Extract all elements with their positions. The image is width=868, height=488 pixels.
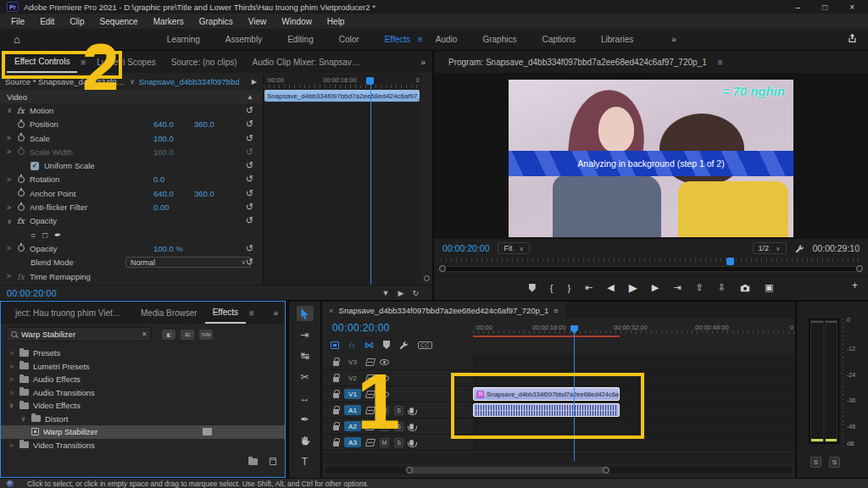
chevron-right-icon[interactable]: > — [7, 134, 17, 142]
comparison-view-icon[interactable]: ▣ — [765, 282, 773, 293]
tab-source-monitor[interactable]: Source: (no clips) — [164, 53, 245, 72]
playback-resolution-dropdown[interactable]: 1/2 ∨ — [753, 242, 787, 254]
ec-playhead-marker[interactable] — [366, 77, 374, 85]
chevron-right-icon[interactable]: > — [8, 441, 15, 449]
ellipse-mask-icon[interactable]: ○ — [31, 230, 36, 240]
reset-icon[interactable]: ↺ — [246, 133, 253, 144]
reset-icon[interactable]: ↺ — [246, 188, 253, 199]
add-marker-icon[interactable] — [383, 341, 390, 349]
zoom-level-dropdown[interactable]: Fit ∨ — [498, 242, 530, 254]
extract-icon[interactable]: ⇩ — [718, 282, 726, 293]
program-timecode[interactable]: 00:00:20:00 — [442, 243, 489, 253]
workspace-tab-learning[interactable]: Learning — [154, 35, 213, 44]
filter-properties-icon[interactable]: ▼ — [382, 289, 390, 297]
ec-scrollbar-thumb[interactable] — [424, 275, 430, 281]
stopwatch-icon[interactable] — [18, 121, 25, 128]
delete-icon[interactable] — [270, 458, 276, 465]
chevron-right-icon[interactable]: > — [7, 272, 17, 280]
close-button[interactable]: × — [849, 3, 854, 12]
type-tool[interactable]: T — [297, 454, 314, 469]
effect-controls-timeline[interactable]: :00:00 00:00:16:00 0 Snapsave_d4bb334f09… — [263, 75, 421, 285]
tab-media-browser[interactable]: Media Browser — [133, 303, 205, 323]
fx-opacity-row[interactable]: ∨ fx Opacity ↺ — [0, 214, 262, 228]
effects-search-box[interactable]: × — [6, 327, 152, 341]
workspace-tab-libraries[interactable]: Libraries — [588, 35, 646, 44]
tree-item-audio-transitions[interactable]: > Audio Transitions — [1, 386, 285, 400]
section-video[interactable]: Video ▲ — [0, 90, 262, 103]
master-clip-label[interactable]: Snapsave_d4bb334f097bbd7a2.. — [139, 77, 239, 86]
step-back-icon[interactable]: ◀ — [607, 282, 614, 293]
rotation-value[interactable]: 0.0 — [153, 175, 194, 184]
goto-out-icon[interactable]: ⇥ — [673, 282, 681, 293]
tree-item-distort[interactable]: ∨ Distort — [1, 413, 285, 426]
tree-item-lumetri-presets[interactable]: > Lumetri Presets — [1, 360, 285, 374]
chevron-right-icon[interactable]: > — [7, 203, 17, 212]
zoom-handle-right[interactable] — [856, 265, 863, 272]
button-editor-icon[interactable]: + — [852, 280, 858, 291]
zoom-scrollbar[interactable] — [441, 266, 861, 272]
step-forward-icon[interactable]: ▶ — [652, 282, 659, 293]
lift-icon[interactable]: ⇧ — [695, 282, 703, 293]
close-sequence-icon[interactable]: × — [329, 306, 334, 315]
snap-magnet-icon[interactable]: ∩ — [348, 340, 355, 350]
fx-motion-row[interactable]: ∨ fx Motion ↺ — [0, 103, 262, 117]
anchor-x-value[interactable]: 640.0 — [153, 189, 194, 198]
settings-wrench-icon[interactable] — [795, 244, 804, 253]
collapse-icon[interactable]: ▲ — [247, 93, 253, 101]
panel-menu-icon[interactable]: ≡ — [715, 58, 726, 67]
pen-mask-icon[interactable]: ✒ — [54, 230, 61, 240]
workspace-tab-graphics[interactable]: Graphics — [470, 35, 529, 44]
rect-mask-icon[interactable]: □ — [42, 230, 47, 240]
ec-timecode[interactable]: 00:00:20:00 — [0, 288, 57, 298]
tree-item-video-transitions[interactable]: > Video Transitions — [1, 439, 285, 452]
stopwatch-icon[interactable] — [18, 245, 25, 252]
scroll-handle-right[interactable] — [603, 467, 609, 474]
play-button-icon[interactable]: ▶ — [629, 281, 637, 294]
hand-tool[interactable] — [297, 433, 314, 448]
position-y-value[interactable]: 360.0 — [194, 119, 235, 129]
razor-tool[interactable]: ✂ — [297, 369, 314, 385]
menu-file[interactable]: File — [3, 17, 32, 26]
reset-icon[interactable]: ↺ — [246, 243, 253, 254]
selection-tool[interactable] — [297, 306, 314, 321]
mark-out-icon[interactable]: } — [567, 283, 570, 293]
chevron-right-icon[interactable]: > — [7, 175, 17, 184]
minimize-button[interactable]: – — [796, 3, 801, 12]
search-input[interactable] — [21, 330, 137, 339]
menu-edit[interactable]: Edit — [32, 17, 62, 26]
reset-icon[interactable]: ↺ — [246, 105, 253, 116]
reset-icon[interactable]: ↺ — [246, 160, 253, 171]
chevron-right-icon[interactable]: > — [8, 389, 15, 396]
workspace-overflow-icon[interactable]: » — [671, 35, 676, 44]
tab-program[interactable]: Program: Snapsave_d4bb334f097bbd7a2ee68e… — [441, 53, 715, 72]
ec-timeline-ruler[interactable]: :00:00 00:00:16:00 0 — [264, 75, 421, 88]
reset-icon[interactable]: ↺ — [246, 174, 253, 185]
reset-icon[interactable]: ↺ — [246, 215, 253, 226]
32bit-color-icon[interactable]: 32 — [181, 330, 194, 340]
ec-clip-bar[interactable]: Snapsave_d4bb334f097bbd7a2ee68ed424c6af9… — [264, 90, 420, 102]
workspace-tab-effects[interactable]: Effects — [372, 35, 423, 44]
play-audio-icon[interactable]: ▶ — [398, 289, 404, 297]
solo-right-button[interactable]: S — [829, 457, 840, 468]
blend-mode-dropdown[interactable]: Normal ∨ — [125, 257, 251, 268]
lock-icon[interactable] — [333, 409, 339, 414]
slip-tool[interactable]: ↔ — [297, 391, 314, 406]
yuv-effects-icon[interactable]: YUV — [199, 330, 213, 340]
chevron-right-icon[interactable]: > — [8, 375, 15, 383]
linked-selection-icon[interactable]: ⋈ — [364, 340, 374, 351]
zoom-handle-left[interactable] — [439, 265, 446, 272]
accelerated-effects-icon[interactable]: ◧ — [162, 330, 175, 340]
timeline-timecode[interactable]: 00:00:20:00 — [332, 322, 390, 334]
program-scrubber[interactable] — [441, 258, 861, 273]
track-v3-lane[interactable] — [473, 354, 795, 369]
timeline-settings-wrench-icon[interactable] — [399, 341, 409, 350]
workspace-tab-color[interactable]: Color — [326, 35, 372, 44]
position-x-value[interactable]: 640.0 — [153, 119, 194, 129]
fx-time-remapping-row[interactable]: > fx Time Remapping — [0, 269, 262, 283]
workspace-tab-captions[interactable]: Captions — [529, 35, 587, 44]
lock-icon[interactable] — [333, 441, 339, 446]
tab-project[interactable]: ject: Hau truong phim Vietproducer2 — [8, 303, 133, 323]
chevron-down-icon[interactable]: ∨ — [130, 78, 135, 86]
quick-export-icon[interactable] — [847, 33, 858, 44]
goto-in-icon[interactable]: ⇤ — [585, 282, 593, 293]
